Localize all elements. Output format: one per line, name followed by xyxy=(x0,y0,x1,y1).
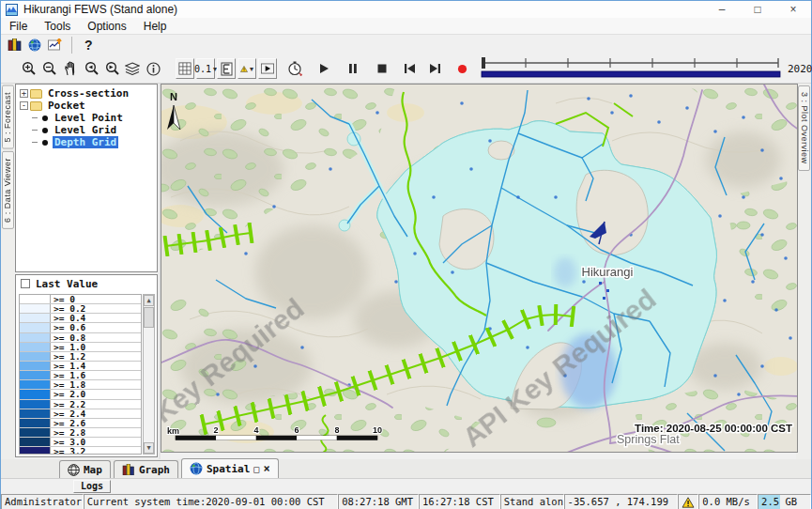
stop-button[interactable] xyxy=(373,58,391,79)
legend-entry-label: >= 1.2 xyxy=(51,352,85,361)
tree-node-icon xyxy=(30,101,42,111)
tree-item[interactable]: - Pocket xyxy=(16,100,157,112)
tree-item[interactable]: Level Grid xyxy=(16,124,157,136)
legend-color-swatch xyxy=(20,371,51,379)
legend-color-swatch xyxy=(20,362,51,370)
tree-expander[interactable]: - xyxy=(20,101,28,110)
layers-icon[interactable] xyxy=(123,58,142,79)
left-tab-strip: 5 : Forecast6 : Data Viewer xyxy=(1,84,14,459)
legend-entry-label: >= 1.6 xyxy=(51,371,85,379)
map-time-label: Time: 2020-08-25 00:00:00 CST xyxy=(635,423,792,434)
grid-display-button[interactable] xyxy=(176,58,194,79)
tab-spatial[interactable]: Spatial □ × xyxy=(181,458,279,478)
tree-expander[interactable]: + xyxy=(20,89,28,98)
zoom-next-icon[interactable] xyxy=(102,58,121,79)
menu-item[interactable]: Options xyxy=(79,20,134,33)
tree-item[interactable]: + Cross-section xyxy=(16,87,157,100)
tree-connector xyxy=(32,142,38,143)
zoom-out-icon[interactable] xyxy=(40,58,59,79)
pan-icon[interactable] xyxy=(61,58,80,79)
tree-node-icon xyxy=(42,128,48,133)
tree-item[interactable]: Level Point xyxy=(16,112,157,124)
classification-dropdown[interactable]: 0.1 ▾ xyxy=(196,58,215,79)
legend-color-swatch xyxy=(20,295,51,303)
last-value-checkbox[interactable] xyxy=(21,279,30,288)
record-button[interactable] xyxy=(452,58,471,79)
minimize-button[interactable]: – xyxy=(704,1,740,18)
side-tab[interactable]: 5 : Forecast xyxy=(2,85,14,149)
legend-color-swatch xyxy=(20,409,51,418)
bottom-tab-bar: Map Graph Spatial □ × xyxy=(1,459,811,479)
tree-item-label: Depth Grid xyxy=(53,136,118,148)
legend-entry[interactable]: >= 3.2 xyxy=(20,447,141,455)
legend-color-swatch xyxy=(20,428,51,437)
tab-close-icon[interactable]: × xyxy=(263,462,269,475)
skip-to-end-button[interactable] xyxy=(425,58,444,79)
legend-color-swatch xyxy=(20,400,51,409)
legend-color-swatch xyxy=(20,419,51,427)
tab-map[interactable]: Map xyxy=(59,460,111,478)
main-area: 5 : Forecast6 : Data Viewer + Cross-sect… xyxy=(1,84,811,459)
menu-item[interactable]: File xyxy=(1,20,36,33)
maximize-button[interactable]: □ xyxy=(740,1,775,18)
skip-to-start-button[interactable] xyxy=(400,58,419,79)
legend-panel: Last Value >= 0 >= 0.2 xyxy=(15,274,158,457)
tree-item-label: Cross-section xyxy=(46,87,130,100)
timeseries-display-icon[interactable] xyxy=(46,35,65,55)
legend-color-swatch xyxy=(20,447,51,455)
tab-restore-icon[interactable]: □ xyxy=(253,464,259,474)
map-container: API Key Required API Key Required Hikura… xyxy=(161,84,796,459)
info-icon[interactable] xyxy=(144,58,162,79)
tab-graph[interactable]: Graph xyxy=(114,460,178,478)
map-canvas[interactable]: API Key Required API Key Required Hikura… xyxy=(161,85,798,453)
svg-text:4: 4 xyxy=(253,425,258,435)
legend-color-swatch xyxy=(20,314,51,322)
logs-button[interactable]: Logs xyxy=(73,480,111,493)
legend-entry-label: >= 3.0 xyxy=(51,438,85,446)
svg-text:8: 8 xyxy=(334,425,339,435)
menu-item[interactable]: Help xyxy=(135,20,176,33)
zoom-previous-icon[interactable] xyxy=(82,58,100,79)
status-warning-cell[interactable] xyxy=(678,494,698,509)
legend-scrollbar[interactable]: ▲ ▼ xyxy=(143,294,155,455)
left-panel: + Cross-section - Pocket xyxy=(14,84,159,459)
pause-button[interactable] xyxy=(344,58,362,79)
scrollbar-thumb[interactable] xyxy=(144,307,154,328)
scroll-up-icon[interactable]: ▲ xyxy=(144,295,154,306)
scroll-down-icon[interactable]: ▼ xyxy=(144,442,154,454)
current-time-label: 2020-08-25 00:00:00 CST xyxy=(788,63,812,75)
legend-entry-label: >= 2.0 xyxy=(51,390,85,398)
window-title: Hikurangi FEWS (Stand alone) xyxy=(23,3,177,16)
status-mode: Stand alone xyxy=(500,494,564,509)
legend-color-swatch xyxy=(20,352,51,361)
title-bar: Hikurangi FEWS (Stand alone) – □ × xyxy=(1,1,811,18)
globe-wire-icon xyxy=(68,464,80,476)
legend-entry-label: >= 0.8 xyxy=(51,333,85,342)
legend-color-swatch xyxy=(20,390,51,398)
map-viewport[interactable]: API Key Required API Key Required Hikura… xyxy=(161,84,798,453)
help-button[interactable]: ? xyxy=(79,35,99,55)
side-tab[interactable]: 6 : Data Viewer xyxy=(2,151,14,229)
database-display-icon[interactable] xyxy=(5,35,23,55)
profile-button[interactable] xyxy=(217,58,236,79)
bar-chart-icon xyxy=(122,464,135,475)
play-button[interactable] xyxy=(314,58,333,79)
tree-item[interactable]: Depth Grid xyxy=(16,136,157,148)
status-local-time: 16:27:18 CST xyxy=(419,494,500,509)
time-slider[interactable] xyxy=(480,55,782,82)
animation-button[interactable] xyxy=(258,58,277,79)
zoom-in-icon[interactable] xyxy=(20,58,38,79)
legend-entry-label: >= 2.8 xyxy=(51,428,85,437)
warning-threshold-dropdown[interactable]: ▾ xyxy=(237,58,256,79)
menu-bar: FileToolsOptionsHelp xyxy=(1,18,811,35)
side-tab[interactable]: 3 : Plot Overview xyxy=(798,85,810,171)
menu-item[interactable]: Tools xyxy=(36,20,79,33)
svg-text:2: 2 xyxy=(213,425,218,435)
scale-unit-label: km xyxy=(167,426,179,436)
chevron-down-icon: ▾ xyxy=(250,65,253,73)
close-button[interactable]: × xyxy=(775,1,811,18)
timer-icon[interactable] xyxy=(285,58,304,79)
map-display-icon[interactable] xyxy=(25,35,44,55)
tree-node-icon xyxy=(42,140,48,146)
logs-row: Logs xyxy=(1,479,811,494)
